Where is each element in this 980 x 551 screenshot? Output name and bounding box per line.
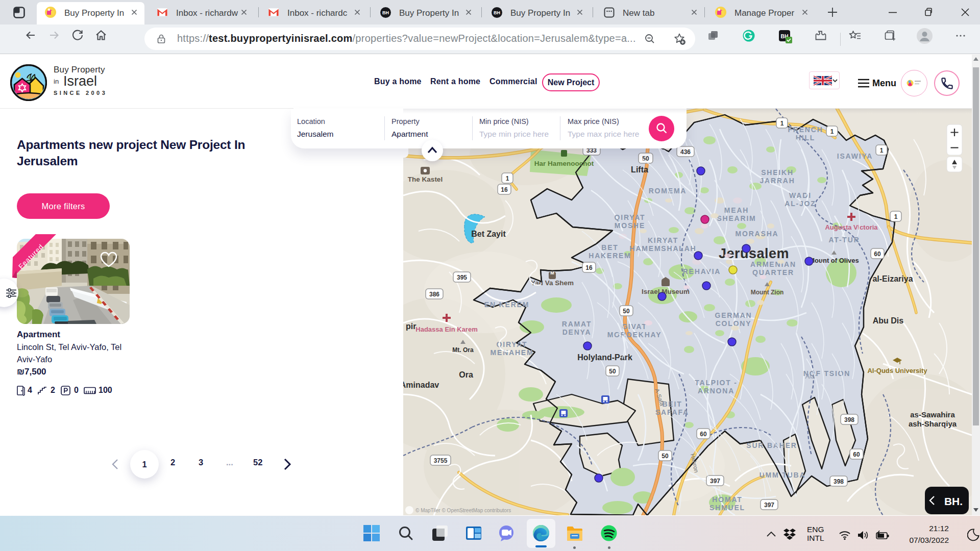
svg-text:Mount Zion: Mount Zion [751, 289, 784, 296]
svg-text:REHAVIA: REHAVIA [683, 267, 721, 276]
svg-text:Al-Quds University: Al-Quds University [867, 367, 927, 374]
svg-text:BET: BET [601, 243, 618, 252]
svg-text:ash-Sharqiya: ash-Sharqiya [909, 419, 957, 428]
svg-text:Mt. Ora: Mt. Ora [452, 346, 474, 354]
svg-text:16: 16 [501, 186, 508, 193]
svg-text:395: 395 [457, 274, 467, 281]
svg-text:Holyland-Park: Holyland-Park [577, 353, 632, 362]
svg-text:FRENCH: FRENCH [788, 126, 823, 134]
svg-text:AT-TUR: AT-TUR [828, 236, 860, 244]
svg-text:as-Sawahira: as-Sawahira [910, 410, 955, 419]
svg-text:1: 1 [830, 128, 834, 135]
svg-text:50: 50 [623, 308, 630, 315]
svg-text:© MapTiler © OpenStreetMap con: © MapTiler © OpenStreetMap contributors [415, 508, 511, 513]
svg-text:50: 50 [609, 368, 616, 375]
svg-text:GIVAT: GIVAT [622, 322, 647, 331]
svg-text:HAKEREM: HAKEREM [589, 252, 631, 260]
svg-text:MORDEKHAY: MORDEKHAY [607, 331, 662, 339]
svg-text:Lifta: Lifta [631, 165, 648, 174]
svg-text:HILL: HILL [796, 134, 815, 142]
svg-text:TALPIOT -: TALPIOT - [695, 379, 738, 387]
svg-text:MENAHEM: MENAHEM [491, 348, 534, 357]
svg-text:398: 398 [844, 416, 854, 423]
svg-text:Abu Dis: Abu Dis [873, 316, 904, 325]
svg-text:pir: pir [406, 322, 416, 331]
svg-text:BH.: BH. [944, 495, 963, 507]
svg-text:SHMUEL: SHMUEL [709, 504, 745, 512]
svg-text:1: 1 [506, 175, 509, 182]
svg-text:Jerusalem: Jerusalem [719, 246, 789, 261]
svg-text:60: 60 [853, 451, 860, 458]
svg-text:GERMAN: GERMAN [715, 311, 752, 319]
svg-text:60: 60 [874, 251, 881, 258]
svg-text:KIRYAT: KIRYAT [648, 236, 678, 244]
svg-text:Augusta Victoria: Augusta Victoria [825, 223, 878, 231]
svg-text:397: 397 [764, 502, 774, 509]
svg-text:16: 16 [585, 264, 593, 271]
svg-text:1: 1 [894, 213, 898, 220]
svg-text:Har Hamenoochot: Har Hamenoochot [534, 160, 594, 167]
svg-text:1: 1 [780, 120, 784, 127]
svg-text:Mount of Olives: Mount of Olives [809, 257, 859, 264]
svg-text:60: 60 [700, 431, 707, 438]
svg-text:HAMEMSHALAH: HAMEMSHALAH [629, 244, 696, 253]
svg-text:398: 398 [834, 478, 844, 485]
svg-text:EN KEREM: EN KEREM [484, 300, 529, 309]
svg-text:MEAH: MEAH [724, 206, 749, 214]
svg-text:MOSHE: MOSHE [615, 221, 645, 230]
svg-text:ARNONA: ARNONA [698, 387, 734, 395]
svg-text:DENYA: DENYA [562, 328, 592, 336]
svg-text:SAFAFA: SAFAFA [655, 408, 689, 416]
svg-text:al-Eizariya: al-Eizariya [872, 274, 913, 283]
svg-text:50: 50 [662, 453, 669, 460]
svg-text:WADI: WADI [789, 191, 812, 199]
svg-text:MORASHA: MORASHA [736, 230, 779, 238]
svg-text:Ora: Ora [459, 370, 473, 379]
svg-text:50: 50 [642, 155, 649, 162]
svg-text:QIRYAT: QIRYAT [615, 213, 646, 221]
svg-text:AL-JOZ: AL-JOZ [785, 199, 816, 208]
svg-text:SHEARIM: SHEARIM [717, 214, 756, 222]
svg-text:Aminadav: Aminadav [403, 381, 439, 389]
svg-text:ARMENIAN: ARMENIAN [750, 260, 796, 268]
svg-text:RAMAT: RAMAT [562, 320, 592, 328]
svg-text:QIRYAT: QIRYAT [497, 340, 528, 348]
svg-text:436: 436 [680, 148, 691, 156]
svg-text:BH: BH [382, 10, 389, 15]
svg-text:3755: 3755 [434, 457, 448, 464]
svg-text:BH: BH [494, 10, 500, 15]
svg-text:HOMAT: HOMAT [712, 495, 742, 504]
svg-text:397: 397 [710, 478, 720, 485]
svg-text:Hadassa Ein Karem: Hadassa Ein Karem [415, 325, 477, 333]
svg-text:1: 1 [880, 147, 884, 154]
svg-text:ISAWIYA: ISAWIYA [837, 152, 873, 160]
svg-text:The Kastel: The Kastel [408, 176, 443, 183]
svg-text:M: M [550, 270, 554, 276]
svg-text:SUR BAHER: SUR BAHER [746, 441, 797, 449]
svg-text:QUARTER: QUARTER [752, 268, 794, 277]
svg-text:Bet Zayit: Bet Zayit [471, 230, 506, 238]
svg-text:386: 386 [429, 291, 439, 298]
